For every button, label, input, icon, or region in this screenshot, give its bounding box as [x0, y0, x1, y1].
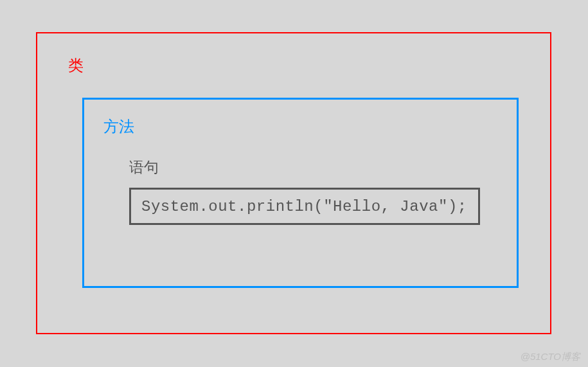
- watermark: @51CTO博客: [521, 351, 580, 363]
- statement-code: System.out.println("Hello, Java");: [141, 198, 467, 215]
- method-box: 方法 语句 System.out.println("Hello, Java");: [82, 98, 519, 288]
- statement-label: 语句: [129, 157, 504, 177]
- class-label: 类: [68, 55, 531, 76]
- class-box: 类 方法 语句 System.out.println("Hello, Java"…: [36, 32, 551, 334]
- statement-box: System.out.println("Hello, Java");: [129, 188, 480, 225]
- method-label: 方法: [103, 116, 504, 137]
